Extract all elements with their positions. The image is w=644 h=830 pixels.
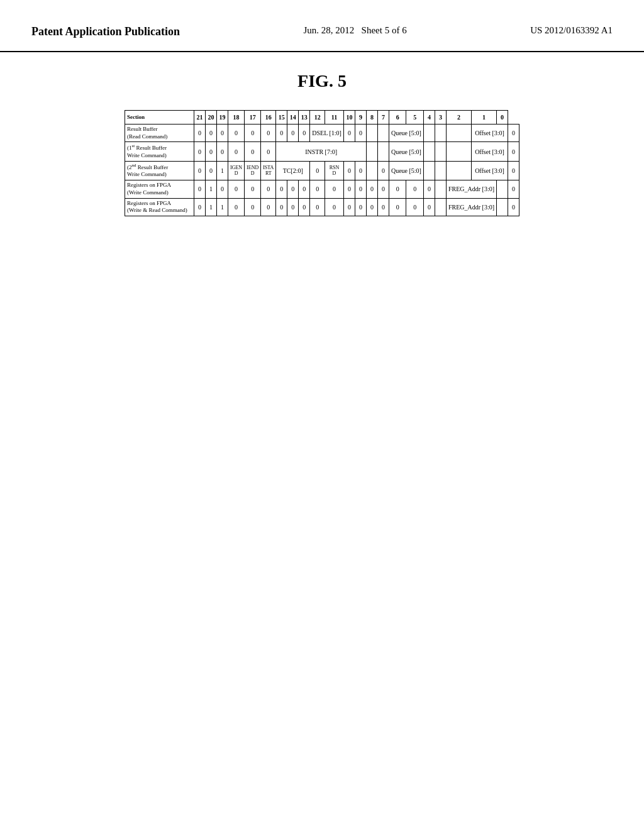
cell-r1-18: 0	[228, 124, 244, 142]
cell-r5-18: 0	[228, 198, 244, 216]
cell-r5-14: 0	[287, 198, 299, 216]
table-header-row: Section 21 20 19 18 17 16 15 14 13 12 11…	[125, 111, 519, 124]
cell-r5-3	[435, 198, 446, 216]
cell-r3-19: 1	[216, 161, 228, 180]
cell-r3-10: 0	[355, 161, 366, 180]
cell-r5-13: 0	[299, 198, 310, 216]
cell-r5-20: 1	[205, 198, 216, 216]
cell-r5-6: 0	[389, 198, 406, 216]
cell-r1-8	[377, 124, 389, 142]
cell-r2-3	[446, 142, 471, 161]
cell-r5-1	[497, 198, 508, 216]
cell-r4-14: 0	[287, 180, 299, 198]
cell-r4-19: 0	[216, 180, 228, 198]
cell-r1-16: 0	[261, 124, 276, 142]
cell-r3-iend: IENDD	[245, 161, 261, 180]
section-cell: (2nd Result BufferWrite Command)	[125, 161, 194, 180]
cell-r4-16: 0	[261, 180, 276, 198]
cell-r2-0: 0	[508, 142, 519, 161]
cell-r5-16: 0	[261, 198, 276, 216]
cell-r5-8: 0	[366, 198, 377, 216]
col-header-15: 15	[276, 111, 287, 124]
section-cell: Registers on FPGA(Write & Read Command)	[125, 198, 194, 216]
cell-r1-19: 0	[216, 124, 228, 142]
cell-r3-tc: TC[2:0]	[276, 161, 310, 180]
cell-r4-13: 0	[299, 180, 310, 198]
col-header-13: 13	[299, 111, 310, 124]
col-header-0: 0	[497, 111, 508, 124]
col-header-7: 7	[377, 111, 389, 124]
cell-r2-instr: INSTR [7:0]	[276, 142, 367, 161]
cell-r1-14: 0	[287, 124, 299, 142]
cell-r1-20: 0	[205, 124, 216, 142]
col-header-20: 20	[205, 111, 216, 124]
cell-r2-18: 0	[228, 142, 244, 161]
cell-r5-19: 1	[216, 198, 228, 216]
cell-r1-17: 0	[245, 124, 261, 142]
cell-r1-0: 0	[508, 124, 519, 142]
table-row: (1st Result BufferWrite Command) 0 0 0 0…	[125, 142, 519, 161]
section-cell: Result Buffer(Read Command)	[125, 124, 194, 142]
col-header-19: 19	[216, 111, 228, 124]
data-table: Section 21 20 19 18 17 16 15 14 13 12 11…	[125, 110, 519, 216]
cell-r3-offset: Offset [3:0]	[471, 161, 508, 180]
col-header-12: 12	[310, 111, 325, 124]
section-cell: Registers on FPGA(Write Command)	[125, 180, 194, 198]
cell-r5-15: 0	[276, 198, 287, 216]
cell-r4-3	[435, 180, 446, 198]
cell-r1-11: 0	[343, 124, 355, 142]
cell-r2-21: 0	[194, 142, 205, 161]
col-header-14: 14	[287, 111, 299, 124]
cell-r4-9: 0	[355, 180, 366, 198]
cell-r2-5	[423, 142, 435, 161]
cell-r5-4: 0	[423, 198, 435, 216]
col-header-21: 21	[194, 111, 205, 124]
cell-r1-queue: Queue [5:0]	[389, 124, 423, 142]
cell-r3-ista: ISTART	[261, 161, 276, 180]
table-container: Section 21 20 19 18 17 16 15 14 13 12 11…	[0, 104, 644, 223]
col-header-9: 9	[355, 111, 366, 124]
cell-r1-3	[446, 124, 471, 142]
table-row: Registers on FPGA(Write Command) 0 1 0 0…	[125, 180, 519, 198]
cell-r1-13: 0	[299, 124, 310, 142]
cell-r3-0: 0	[508, 161, 519, 180]
col-header-10: 10	[343, 111, 355, 124]
cell-r4-17: 0	[245, 180, 261, 198]
cell-r3-8: 0	[377, 161, 389, 180]
cell-r2-4	[435, 142, 446, 161]
cell-r5-freg: FREG_Addr [3:0]	[446, 198, 496, 216]
col-header-16: 16	[261, 111, 276, 124]
table-row: (2nd Result BufferWrite Command) 0 0 1 I…	[125, 161, 519, 180]
col-header-5: 5	[406, 111, 424, 124]
cell-r2-queue: Queue [5:0]	[389, 142, 423, 161]
cell-r5-17: 0	[245, 198, 261, 216]
cell-r5-10: 0	[343, 198, 355, 216]
cell-r2-19: 0	[216, 142, 228, 161]
section-header: Section	[125, 111, 194, 124]
cell-r4-18: 0	[228, 180, 244, 198]
publication-date: Jun. 28, 2012 Sheet 5 of 6	[304, 25, 407, 36]
cell-r5-11: 0	[325, 198, 344, 216]
cell-r4-7: 0	[377, 180, 389, 198]
col-header-3: 3	[435, 111, 446, 124]
cell-r1-9	[366, 124, 377, 142]
cell-r3-11: 0	[343, 161, 355, 180]
cell-r3-21: 0	[194, 161, 205, 180]
cell-r5-12: 0	[310, 198, 325, 216]
cell-r4-11: 0	[325, 180, 344, 198]
cell-r4-20: 1	[205, 180, 216, 198]
cell-r3-20: 0	[205, 161, 216, 180]
cell-r1-5	[423, 124, 435, 142]
cell-r4-10: 0	[343, 180, 355, 198]
cell-r2-offset: Offset [3:0]	[471, 142, 508, 161]
col-header-18: 18	[228, 111, 244, 124]
cell-r3-queue: Queue [5:0]	[389, 161, 423, 180]
cell-r2-8	[366, 142, 377, 161]
col-header-11: 11	[325, 111, 344, 124]
cell-r3-4	[435, 161, 446, 180]
cell-r4-8: 0	[366, 180, 377, 198]
cell-r5-9: 0	[355, 198, 366, 216]
cell-r4-6: 0	[389, 180, 406, 198]
table-row: Registers on FPGA(Write & Read Command) …	[125, 198, 519, 216]
cell-r5-7: 0	[377, 198, 389, 216]
